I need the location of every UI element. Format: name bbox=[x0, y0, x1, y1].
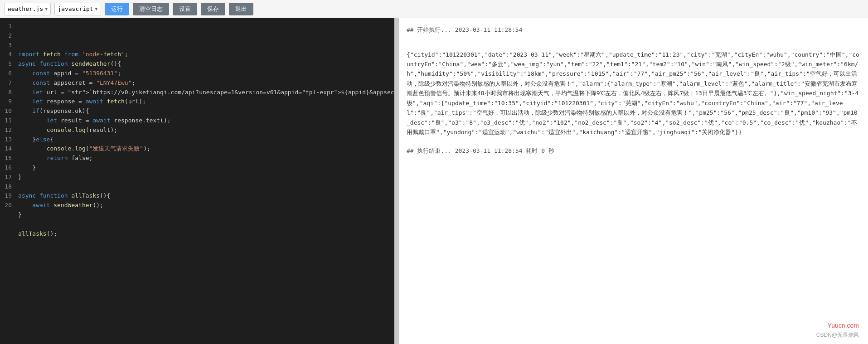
execution-start: ## 开始执行... 2023-03-11 11:28:54 bbox=[407, 25, 861, 35]
save-button[interactable]: 保存 bbox=[201, 3, 225, 15]
code-line: const appid = "51396431"; bbox=[18, 69, 394, 78]
code-line: } bbox=[18, 173, 394, 182]
main-content: 1234567891011121314151617181920 import f… bbox=[0, 18, 868, 344]
code-line bbox=[18, 182, 394, 192]
run-button[interactable]: 运行 bbox=[105, 3, 129, 15]
code-line bbox=[18, 220, 394, 229]
code-editor: 1234567891011121314151617181920 import f… bbox=[0, 18, 394, 344]
code-line: allTasks(); bbox=[18, 229, 394, 239]
csdn-credit: CSDN@无畏烧风 bbox=[816, 331, 859, 339]
code-line: let url = "str">`https://v0.yiketianqi.c… bbox=[18, 88, 394, 97]
toolbar: weather.js ▼ javascript ▼ 运行 清空日志 设置 保存 … bbox=[0, 0, 868, 18]
logout-button[interactable]: 退出 bbox=[229, 3, 253, 15]
code-line: await sendWeather(); bbox=[18, 201, 394, 210]
code-line: } bbox=[18, 163, 394, 173]
language-name: javascript bbox=[58, 5, 93, 12]
output-panel: ## 开始执行... 2023-03-11 11:28:54 {"cityid"… bbox=[399, 18, 868, 344]
code-line: console.log(result); bbox=[18, 126, 394, 135]
code-line: const appsecret = "LNY47Ewu"; bbox=[18, 78, 394, 88]
code-line: } bbox=[18, 210, 394, 220]
clear-log-button[interactable]: 清空日志 bbox=[133, 3, 169, 15]
code-line: if(response.ok){ bbox=[18, 107, 394, 116]
execution-end: ## 执行结束... 2023-03-11 11:28:54 耗时 0 秒 bbox=[407, 146, 861, 156]
panel-divider[interactable] bbox=[394, 18, 399, 344]
language-selector[interactable]: javascript ▼ bbox=[54, 3, 101, 15]
json-output: {"cityid":"101220301","date":"2023-03-11… bbox=[407, 50, 861, 137]
watermark: Yuucn.com bbox=[828, 320, 859, 330]
settings-button[interactable]: 设置 bbox=[173, 3, 197, 15]
language-dropdown-arrow: ▼ bbox=[95, 6, 98, 11]
code-line: return false; bbox=[18, 154, 394, 163]
code-line: console.log("发送天气请求失败"); bbox=[18, 144, 394, 154]
file-dropdown-arrow: ▼ bbox=[45, 6, 48, 11]
code-line: async function sendWeather(){ bbox=[18, 59, 394, 69]
file-name: weather.js bbox=[8, 5, 43, 12]
code-content[interactable]: import fetch from 'node-fetch';async fun… bbox=[16, 18, 394, 242]
code-line: let result = await response.text(); bbox=[18, 116, 394, 126]
line-numbers: 1234567891011121314151617181920 bbox=[0, 18, 16, 242]
code-line: let response = await fetch(url); bbox=[18, 97, 394, 107]
code-line: }else{ bbox=[18, 135, 394, 145]
file-selector[interactable]: weather.js ▼ bbox=[5, 3, 51, 15]
code-line: import fetch from 'node-fetch'; bbox=[18, 50, 394, 59]
code-line: async function allTasks(){ bbox=[18, 191, 394, 201]
